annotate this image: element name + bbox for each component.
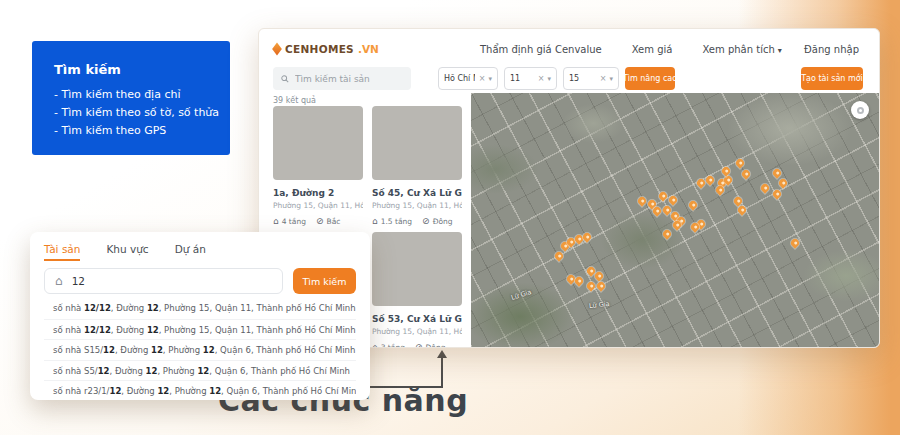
chevron-down-icon: ▾ (488, 75, 492, 83)
property-photo (372, 106, 462, 180)
target-icon (857, 107, 864, 114)
map-pin-icon[interactable] (667, 194, 678, 205)
advanced-search-button[interactable]: Tìm nâng cao (625, 67, 675, 90)
create-asset-button[interactable]: Tạo tài sản mới (801, 67, 863, 90)
info-card-title: Tìm kiếm (54, 62, 216, 77)
search-icon (281, 75, 289, 83)
address-suggestion-row[interactable]: số nhà r23/1/12, Đường 12, Phường 12, Qu… (44, 380, 356, 401)
info-card-item: - Tìm kiếm theo GPS (54, 122, 216, 140)
map-pin-icon[interactable] (771, 188, 782, 199)
map-pin-icon[interactable] (735, 157, 746, 168)
panel-results: số nhà 12/12, Đường 12, Phường 15, Quận … (44, 298, 356, 401)
floors-icon: ⌂ (372, 216, 378, 226)
property-card[interactable]: 1a, Đường 2 Phường 15, Quận 11, Hồ Chí M… (273, 106, 363, 226)
filter-bar: Tìm kiếm tài sản Hồ Chí Minh × ▾ 11 × ▾ … (273, 67, 863, 90)
property-card[interactable]: Số 45, Cư Xá Lữ Gia Phường 15, Quận 11, … (372, 106, 462, 226)
login-link[interactable]: Đăng nhập (804, 38, 859, 60)
info-card-item: - Tìm kiếm theo địa chỉ (54, 86, 216, 104)
chevron-down-icon: ▾ (778, 46, 782, 55)
header-nav: Thẩm định giá Cenvalue Xem giá Xem phân … (480, 38, 782, 60)
ward-select[interactable]: 15 × ▾ (563, 67, 619, 90)
map-pin-icon[interactable] (771, 168, 782, 179)
cenhomes-logo[interactable]: CENHOMES.VN (273, 43, 379, 55)
property-card[interactable]: Số 53, Cư Xá Lữ Gia Phường 15, Quận 11, … (372, 232, 462, 348)
district-select[interactable]: 11 × ▾ (504, 67, 557, 90)
address-suggestion-row[interactable]: số nhà S15/12, Đường 12, Phường 12, Quận… (44, 339, 356, 360)
map-pin-icon[interactable] (790, 237, 801, 248)
arrow-head-icon (437, 350, 447, 358)
map-pin-icon[interactable] (688, 199, 699, 210)
street-label: Lữ Gia (510, 288, 532, 302)
map-pin-icon[interactable] (777, 178, 788, 189)
map-pin-icon[interactable] (637, 195, 648, 206)
map-pin-icon[interactable] (596, 281, 607, 292)
search-panel: Tài sản Khu vực Dự án ⌂ 12 Tìm kiếm số n… (30, 232, 370, 400)
city-select[interactable]: Hồ Chí Minh × ▾ (438, 67, 498, 90)
address-suggestion-row[interactable]: số nhà 12/12, Đường 12, Phường 15, Quận … (44, 298, 356, 319)
panel-tabs: Tài sản Khu vực Dự án (44, 243, 356, 261)
map-pin-icon[interactable] (553, 250, 564, 261)
tab-khu-vuc[interactable]: Khu vực (106, 243, 148, 261)
map-pin-icon[interactable] (657, 190, 668, 201)
clear-icon[interactable]: × (600, 74, 607, 83)
map-pin-icon[interactable] (720, 165, 731, 176)
search-placeholder: Tìm kiếm tài sản (295, 74, 370, 84)
results-count: 39 kết quả (273, 96, 316, 105)
panel-search-button[interactable]: Tìm kiếm (293, 268, 356, 294)
property-photo (372, 232, 462, 306)
tab-du-an[interactable]: Dự án (175, 243, 206, 261)
logo-diamond-icon (272, 43, 282, 56)
chevron-down-icon: ▾ (609, 75, 613, 83)
address-suggestion-row[interactable]: số nhà S5/12, Đường 12, Phường 12, Quận … (44, 360, 356, 381)
home-icon: ⌂ (55, 274, 63, 288)
logo-tld: .VN (358, 43, 379, 55)
clear-icon[interactable]: × (479, 74, 486, 83)
property-photo (273, 106, 363, 180)
search-info-card: Tìm kiếm - Tìm kiếm theo địa chỉ - Tìm k… (32, 41, 230, 155)
nav-view-price[interactable]: Xem giá (632, 44, 673, 55)
address-suggestion-row[interactable]: số nhà 12/12, Đường 12, Phường 15, Quận … (44, 319, 356, 340)
compass-icon: ⊘ (415, 342, 423, 348)
compass-icon: ⊘ (316, 216, 324, 226)
property-search-input[interactable]: Tìm kiếm tài sản (273, 67, 411, 90)
nav-view-analysis[interactable]: Xem phân tích▾ (702, 44, 781, 55)
site-header: CENHOMES.VN Thẩm định giá Cenvalue Xem g… (273, 38, 861, 60)
map-pin-icon[interactable] (582, 231, 593, 242)
map-pin-icon[interactable] (594, 270, 605, 281)
logo-brand: CENHOMES (285, 43, 354, 55)
map-pin-icon[interactable] (704, 174, 715, 185)
tab-tai-san[interactable]: Tài sản (44, 243, 80, 261)
connector-line (441, 356, 443, 388)
street-label: Lữ Gia (589, 300, 610, 310)
nav-valuation[interactable]: Thẩm định giá Cenvalue (480, 44, 602, 55)
floors-icon: ⌂ (372, 342, 378, 348)
floors-icon: ⌂ (273, 216, 279, 226)
compass-icon: ⊘ (422, 216, 430, 226)
chevron-down-icon: ▾ (547, 75, 551, 83)
slide-canvas: Tìm kiếm - Tìm kiếm theo địa chỉ - Tìm k… (0, 0, 900, 435)
map-pin-icon[interactable] (759, 183, 770, 194)
map-canvas[interactable]: Lữ Gia Lữ Gia (471, 93, 879, 347)
panel-search-input[interactable]: ⌂ 12 (44, 268, 283, 294)
map-pin-icon[interactable] (661, 228, 672, 239)
map-pin-icon[interactable] (586, 281, 597, 292)
map-pin-icon[interactable] (741, 169, 752, 180)
panel-query: 12 (72, 275, 85, 287)
clear-icon[interactable]: × (538, 74, 545, 83)
map-control-button[interactable] (851, 101, 869, 119)
info-card-item: - Tìm kiếm theo số tờ, số thửa (54, 104, 216, 122)
